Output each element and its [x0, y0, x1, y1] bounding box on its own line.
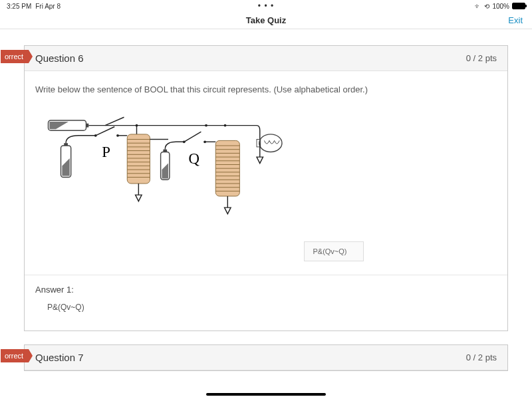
coil-q-icon	[215, 140, 239, 213]
exit-button[interactable]: Exit	[508, 15, 523, 25]
question-points: 0 / 2 pts	[466, 53, 497, 63]
status-date: Fri Apr 8	[35, 3, 61, 10]
battery-left-icon	[61, 143, 71, 177]
svg-marker-1	[49, 122, 68, 129]
question-body: Write below the sentence of BOOL that th…	[25, 71, 507, 331]
question-points: 0 / 2 pts	[466, 352, 497, 362]
label-p: P	[102, 144, 110, 160]
svg-rect-9	[127, 134, 150, 184]
incorrect-flag: orrect	[1, 50, 29, 63]
svg-marker-23	[162, 164, 169, 179]
svg-rect-24	[163, 150, 167, 152]
nav-bar: Take Quiz Exit	[0, 12, 532, 29]
question-prompt: Write below the sentence of BOOL that th…	[35, 84, 497, 94]
student-answer-input[interactable]: P&(Qv~Q)	[304, 241, 364, 261]
wifi-icon: ᯤ	[475, 3, 481, 10]
answer-label: Answer 1:	[35, 285, 497, 295]
question-title: Question 6	[35, 53, 84, 64]
battery-icon	[512, 3, 525, 9]
battery-pct: 100%	[492, 3, 509, 10]
svg-point-42	[205, 124, 207, 127]
battery-top-icon	[49, 120, 89, 130]
home-indicator[interactable]	[206, 393, 326, 396]
multitask-dots[interactable]: • • •	[258, 1, 274, 11]
svg-marker-21	[136, 195, 142, 201]
content-scroll[interactable]: orrect Question 6 0 / 2 pts Write below …	[0, 29, 532, 399]
svg-point-43	[224, 124, 227, 127]
circuit-diagram: P	[35, 108, 301, 234]
divider	[25, 275, 507, 275]
label-q: Q	[188, 150, 200, 167]
question-header: Question 7 0 / 2 pts	[25, 345, 507, 370]
svg-marker-46	[257, 157, 263, 164]
question-header: Question 6 0 / 2 pts	[25, 46, 507, 71]
question-card-6: orrect Question 6 0 / 2 pts Write below …	[24, 45, 508, 331]
svg-marker-5	[62, 158, 69, 176]
svg-rect-2	[86, 124, 89, 128]
status-time: 3:25 PM	[7, 3, 31, 10]
bulb-icon	[257, 134, 282, 152]
answer-value: P&(Qv~Q)	[35, 303, 497, 324]
status-bar: 3:25 PM Fri Apr 8 • • • ᯤ ⟲ 100%	[0, 0, 532, 12]
question-card-7: orrect Question 7 0 / 2 pts	[24, 344, 508, 371]
question-title: Question 7	[35, 352, 84, 363]
battery-mid-icon	[161, 150, 170, 180]
svg-marker-41	[225, 207, 231, 214]
coil-p-icon	[127, 134, 150, 201]
page-title: Take Quiz	[246, 15, 286, 25]
orientation-lock-icon: ⟲	[484, 3, 489, 10]
incorrect-flag: orrect	[1, 349, 29, 362]
svg-rect-6	[64, 143, 68, 146]
